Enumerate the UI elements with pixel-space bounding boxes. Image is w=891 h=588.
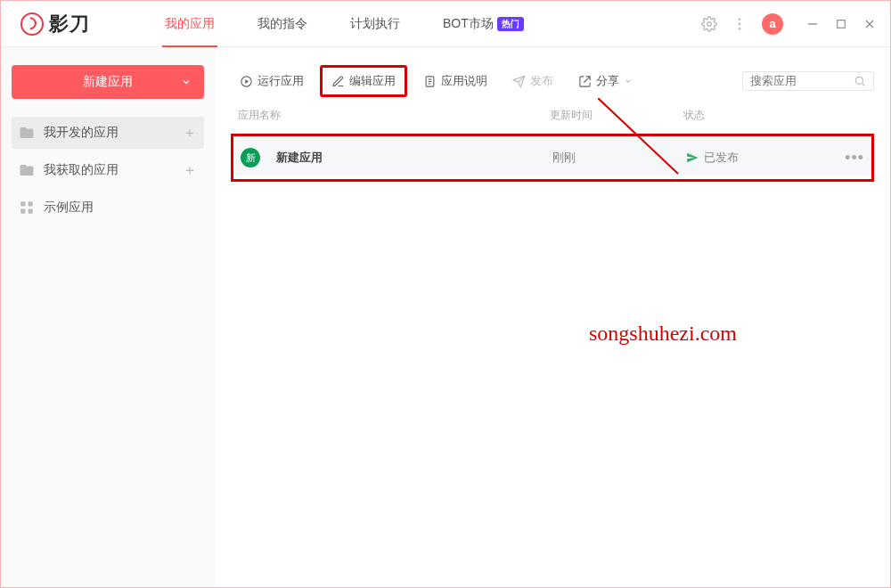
new-app-label: 新建应用	[83, 74, 133, 90]
add-folder-icon[interactable]: ＋	[183, 124, 197, 143]
new-badge-icon: 新	[241, 148, 260, 167]
hot-badge: 热门	[497, 17, 524, 31]
window-minimize-icon[interactable]	[806, 18, 819, 30]
svg-rect-8	[20, 201, 25, 206]
gear-icon[interactable]	[701, 16, 717, 32]
col-name: 应用名称	[238, 108, 550, 123]
top-nav: 我的应用 我的指令 计划执行 BOT市场 热门	[143, 1, 545, 47]
svg-point-0	[707, 21, 712, 26]
tool-label: 应用说明	[441, 73, 487, 89]
app-name: 影刀	[49, 11, 90, 37]
watermark-text: songshuhezi.com	[589, 322, 737, 346]
svg-rect-9	[29, 201, 33, 206]
svg-point-1	[739, 18, 741, 20]
tool-label: 运行应用	[257, 73, 304, 89]
app-row[interactable]: 新 新建应用 刚刚 已发布 •••	[233, 140, 871, 176]
tool-label: 发布	[530, 73, 553, 89]
search-box[interactable]	[742, 71, 874, 91]
app-toolbar: 运行应用 编辑应用 应用说明 发布 分享	[231, 63, 874, 99]
nav-my-apps[interactable]: 我的应用	[143, 1, 236, 47]
tool-label: 分享	[596, 73, 619, 89]
svg-point-2	[739, 22, 741, 25]
svg-point-3	[739, 27, 741, 29]
new-app-button[interactable]: 新建应用	[12, 65, 204, 99]
col-time: 更新时间	[550, 108, 683, 123]
logo-icon	[20, 12, 44, 36]
row-app-name: 新建应用	[276, 150, 552, 166]
app-logo: 影刀	[20, 11, 90, 37]
sidebar-item-label: 我开发的应用	[44, 125, 119, 141]
row-more-icon[interactable]: •••	[845, 149, 864, 167]
nav-label: 计划执行	[350, 16, 400, 32]
col-status: 状态	[683, 108, 871, 123]
svg-line-19	[862, 84, 865, 86]
svg-rect-5	[838, 20, 846, 28]
sidebar-item-developed[interactable]: 我开发的应用 ＋	[12, 117, 204, 149]
svg-rect-11	[29, 209, 33, 214]
row-status: 已发布	[686, 150, 845, 166]
nav-bot-market[interactable]: BOT市场 热门	[421, 1, 545, 47]
share-button[interactable]: 分享	[569, 68, 642, 94]
highlighted-row-box: 新 新建应用 刚刚 已发布 •••	[231, 134, 874, 182]
add-folder-icon[interactable]: ＋	[183, 161, 197, 180]
nav-label: 我的应用	[165, 16, 215, 32]
svg-rect-10	[20, 209, 25, 214]
grid-icon	[19, 200, 35, 216]
play-icon	[240, 75, 253, 88]
main-panel: 运行应用 编辑应用 应用说明 发布 分享	[215, 47, 890, 587]
chevron-down-icon	[181, 77, 192, 87]
folder-icon	[19, 125, 35, 141]
sidebar-item-label: 示例应用	[44, 200, 94, 216]
avatar[interactable]: a	[762, 13, 783, 35]
document-icon	[423, 75, 437, 88]
edit-icon	[331, 75, 345, 88]
search-input[interactable]	[750, 75, 848, 87]
column-headers: 应用名称 更新时间 状态	[231, 99, 874, 134]
nav-label: BOT市场	[443, 16, 494, 32]
run-app-button[interactable]: 运行应用	[231, 68, 313, 94]
chevron-down-icon	[624, 77, 633, 86]
search-icon	[854, 75, 866, 87]
svg-point-18	[855, 77, 862, 84]
share-icon	[578, 75, 592, 88]
title-bar: 影刀 我的应用 我的指令 计划执行 BOT市场 热门 a	[1, 1, 890, 47]
app-desc-button[interactable]: 应用说明	[414, 68, 496, 94]
tool-label: 编辑应用	[349, 73, 396, 89]
edit-app-button[interactable]: 编辑应用	[320, 65, 407, 97]
svg-marker-13	[245, 79, 249, 84]
avatar-letter: a	[769, 17, 775, 30]
window-maximize-icon[interactable]	[835, 18, 847, 30]
row-update-time: 刚刚	[552, 150, 686, 166]
window-close-icon[interactable]	[863, 18, 876, 30]
nav-my-commands[interactable]: 我的指令	[236, 1, 329, 47]
folder-icon	[19, 162, 35, 178]
sidebar-item-obtained[interactable]: 我获取的应用 ＋	[12, 154, 204, 186]
sidebar-item-label: 我获取的应用	[44, 162, 119, 178]
row-status-label: 已发布	[704, 150, 739, 166]
send-icon	[512, 75, 526, 88]
nav-schedule[interactable]: 计划执行	[329, 1, 421, 47]
publish-button[interactable]: 发布	[503, 68, 562, 94]
published-icon	[686, 151, 699, 164]
sidebar: 新建应用 我开发的应用 ＋ 我获取的应用 ＋ 示例应用	[1, 47, 215, 587]
nav-label: 我的指令	[257, 16, 307, 32]
more-vertical-icon[interactable]	[732, 16, 748, 32]
sidebar-item-examples[interactable]: 示例应用	[12, 192, 204, 224]
